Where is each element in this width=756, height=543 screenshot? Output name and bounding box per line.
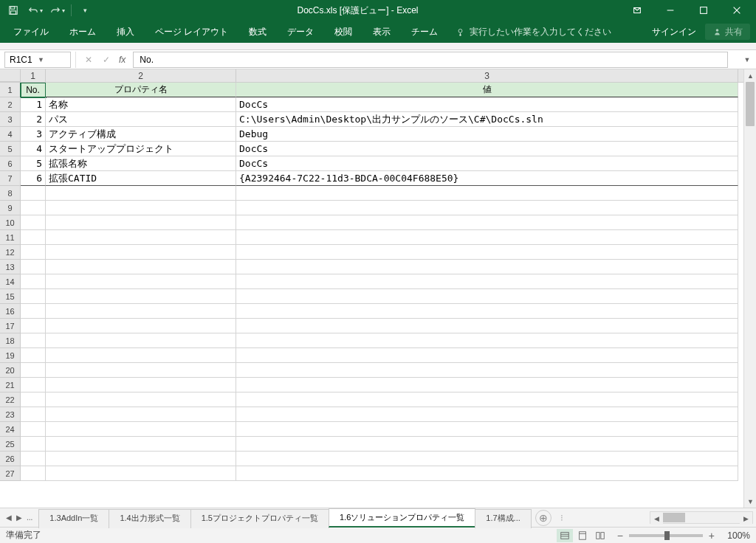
redo-icon[interactable]: ▾ xyxy=(47,1,68,19)
cell[interactable] xyxy=(46,333,236,348)
cell[interactable] xyxy=(236,289,738,304)
sheet-tab[interactable]: 1.4出力形式一覧 xyxy=(109,509,190,528)
cell[interactable] xyxy=(46,260,236,274)
cell[interactable] xyxy=(21,289,46,304)
cell[interactable] xyxy=(21,230,46,245)
cell-prop[interactable]: パス xyxy=(46,112,236,127)
row-header[interactable]: 12 xyxy=(0,245,21,260)
cell[interactable] xyxy=(46,215,236,230)
cell[interactable] xyxy=(46,201,236,215)
scroll-left-icon[interactable]: ◀ xyxy=(650,512,663,525)
cell-no[interactable]: 3 xyxy=(21,127,46,142)
cell[interactable] xyxy=(46,304,236,319)
tab-nav-ellipsis[interactable]: ... xyxy=(27,513,32,522)
cell[interactable] xyxy=(236,245,738,260)
row-header[interactable]: 16 xyxy=(0,304,21,319)
cell[interactable] xyxy=(236,407,738,422)
zoom-slider[interactable] xyxy=(629,534,703,537)
cell[interactable] xyxy=(21,378,46,392)
maximize-icon[interactable] xyxy=(687,0,720,21)
cell[interactable] xyxy=(236,215,738,230)
cancel-formula-icon[interactable]: ✕ xyxy=(80,52,97,67)
vscroll-thumb[interactable] xyxy=(746,82,755,126)
save-icon[interactable] xyxy=(3,1,24,19)
cell-header-prop[interactable]: プロパティ名 xyxy=(46,83,236,97)
cell[interactable] xyxy=(236,230,738,245)
cell[interactable] xyxy=(236,452,738,466)
ribbon-options-icon[interactable] xyxy=(620,0,653,21)
cell[interactable] xyxy=(21,319,46,333)
cell-val[interactable]: DocCs xyxy=(236,156,738,171)
vertical-scrollbar[interactable]: ▲ ▼ xyxy=(743,69,756,508)
row-header[interactable]: 22 xyxy=(0,392,21,407)
row-header[interactable]: 8 xyxy=(0,186,21,201)
scroll-up-icon[interactable]: ▲ xyxy=(744,69,756,82)
cell[interactable] xyxy=(46,466,236,481)
cell[interactable] xyxy=(21,245,46,260)
cell[interactable] xyxy=(21,363,46,378)
cell-val[interactable]: DocCs xyxy=(236,142,738,156)
formula-expand-icon[interactable]: ▼ xyxy=(741,56,753,63)
cell[interactable] xyxy=(46,348,236,363)
cell[interactable] xyxy=(21,466,46,481)
cell[interactable] xyxy=(21,407,46,422)
cell-prop[interactable]: アクティブ構成 xyxy=(46,127,236,142)
qat-customize-icon[interactable]: ▾ xyxy=(75,1,95,19)
tell-me-search[interactable]: 実行したい作業を入力してください xyxy=(448,26,619,38)
close-icon[interactable] xyxy=(720,0,753,21)
cell-val[interactable]: {A2392464-7C22-11d3-BDCA-00C04F688E50} xyxy=(236,171,738,186)
tab-home[interactable]: ホーム xyxy=(59,21,106,43)
cell-prop[interactable]: スタートアッププロジェクト xyxy=(46,142,236,156)
name-box-dropdown-icon[interactable]: ▼ xyxy=(38,56,66,63)
name-box[interactable]: R1C1 ▼ xyxy=(4,52,71,68)
tab-review[interactable]: 校閲 xyxy=(324,21,362,43)
cell[interactable] xyxy=(236,186,738,201)
add-sheet-button[interactable]: ⊕ xyxy=(535,510,551,526)
signin-link[interactable]: サインイン xyxy=(643,26,705,38)
col-header-2[interactable]: 2 xyxy=(46,69,236,82)
row-header[interactable]: 20 xyxy=(0,363,21,378)
cell-prop[interactable]: 拡張CATID xyxy=(46,171,236,186)
view-normal-icon[interactable] xyxy=(557,529,573,542)
cell-no[interactable]: 2 xyxy=(21,112,46,127)
row-header[interactable]: 26 xyxy=(0,452,21,466)
share-button[interactable]: 共有 xyxy=(705,24,750,40)
cell[interactable] xyxy=(21,215,46,230)
row-header[interactable]: 4 xyxy=(0,127,21,142)
enter-formula-icon[interactable]: ✓ xyxy=(98,52,114,67)
horizontal-scrollbar[interactable]: ◀ ▶ xyxy=(650,511,753,524)
col-header-3[interactable]: 3 xyxy=(236,69,738,82)
cell[interactable] xyxy=(236,466,738,481)
select-all-corner[interactable] xyxy=(0,69,21,82)
cell-prop[interactable]: 名称 xyxy=(46,97,236,112)
cell-val[interactable]: DocCs xyxy=(236,97,738,112)
cell[interactable] xyxy=(236,201,738,215)
sheet-tab[interactable]: 1.5プロジェクトプロパティ一覧 xyxy=(190,509,329,528)
cell[interactable] xyxy=(21,260,46,274)
row-header[interactable]: 3 xyxy=(0,112,21,127)
row-header[interactable]: 24 xyxy=(0,422,21,437)
cell-val[interactable]: C:\Users\Admin\Desktop\出力サンプルのソース\C#\Doc… xyxy=(236,112,738,127)
cell-no[interactable]: 5 xyxy=(21,156,46,171)
cell[interactable] xyxy=(46,186,236,201)
tab-team[interactable]: チーム xyxy=(401,21,448,43)
row-header[interactable]: 27 xyxy=(0,466,21,481)
row-header[interactable]: 23 xyxy=(0,407,21,422)
zoom-in-button[interactable]: + xyxy=(709,530,715,542)
row-header[interactable]: 13 xyxy=(0,260,21,274)
tab-data[interactable]: データ xyxy=(277,21,324,43)
row-header[interactable]: 9 xyxy=(0,201,21,215)
minimize-icon[interactable] xyxy=(653,0,687,21)
row-header[interactable]: 19 xyxy=(0,348,21,363)
row-header[interactable]: 21 xyxy=(0,378,21,392)
row-header[interactable]: 17 xyxy=(0,319,21,333)
cell[interactable] xyxy=(46,289,236,304)
cell[interactable] xyxy=(46,407,236,422)
cell[interactable] xyxy=(46,452,236,466)
sheet-tab[interactable]: 1.6ソリューションプロパティ一覧 xyxy=(329,508,475,528)
cell-prop[interactable]: 拡張名称 xyxy=(46,156,236,171)
cell[interactable] xyxy=(21,392,46,407)
cell[interactable] xyxy=(21,274,46,289)
row-header[interactable]: 11 xyxy=(0,230,21,245)
cell[interactable] xyxy=(21,186,46,201)
